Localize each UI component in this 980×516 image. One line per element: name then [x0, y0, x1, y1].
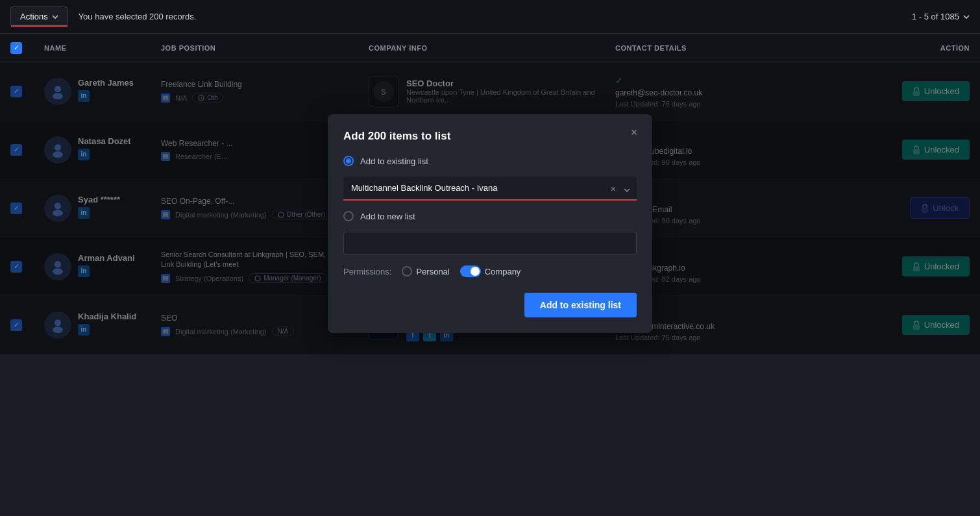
radio-new-icon — [343, 211, 354, 221]
selected-message: You have selected 200 records. — [79, 12, 197, 21]
col-check-header: ✓ — [10, 42, 44, 54]
radio-existing-list[interactable]: Add to existing list — [343, 156, 637, 166]
perm-personal-option[interactable]: Personal — [402, 266, 449, 276]
radio-new-label: Add to new list — [360, 212, 415, 221]
col-contact-header: CONTACT DETAILS — [615, 44, 797, 52]
perm-company-toggle[interactable] — [460, 265, 481, 277]
pagination-text: 1 - 5 of 1085 — [912, 12, 959, 21]
pagination: 1 - 5 of 1085 — [912, 12, 970, 21]
col-company-header: COMPANY INFO — [369, 44, 615, 52]
radio-new-list[interactable]: Add to new list — [343, 211, 637, 221]
table-body: ✓ Gareth James in Freelance Link Buildin… — [0, 62, 980, 354]
column-headers: ✓ NAME JOB POSITION COMPANY INFO CONTACT… — [0, 34, 980, 62]
new-list-input[interactable] — [343, 232, 637, 255]
modal-submit-button[interactable]: Add to existing list — [524, 293, 637, 317]
dropdown-row: × — [343, 177, 637, 201]
select-all-checkbox[interactable]: ✓ — [10, 42, 22, 54]
actions-button[interactable]: Actions — [10, 6, 68, 27]
existing-list-dropdown[interactable] — [343, 177, 637, 201]
chevron-down-icon — [52, 15, 58, 19]
dropdown-clear-button[interactable]: × — [611, 184, 616, 194]
perm-personal-radio — [402, 266, 412, 276]
modal-title: Add 200 items to list — [343, 130, 637, 143]
radio-existing-label: Add to existing list — [360, 156, 428, 166]
dropdown-arrow-button[interactable] — [624, 184, 630, 194]
perm-company-option[interactable]: Company — [460, 265, 521, 277]
top-bar: Actions You have selected 200 records. 1… — [0, 0, 980, 34]
col-name-header: NAME — [44, 44, 161, 52]
permissions-label: Permissions: — [343, 267, 391, 276]
col-job-header: JOB POSITION — [161, 44, 369, 52]
pagination-chevron-icon — [963, 15, 970, 19]
modal-close-button[interactable]: × — [626, 125, 642, 140]
modal: Add 200 items to list × Add to existing … — [328, 114, 652, 333]
perm-company-label: Company — [485, 267, 521, 276]
perm-personal-label: Personal — [416, 267, 449, 276]
modal-overlay: Add 200 items to list × Add to existing … — [0, 62, 980, 354]
permissions-row: Permissions: Personal Company — [343, 265, 637, 277]
top-bar-left: Actions You have selected 200 records. — [10, 6, 196, 27]
radio-existing-icon — [343, 156, 354, 166]
col-action-header: ACTION — [797, 44, 970, 52]
actions-label: Actions — [20, 12, 48, 21]
